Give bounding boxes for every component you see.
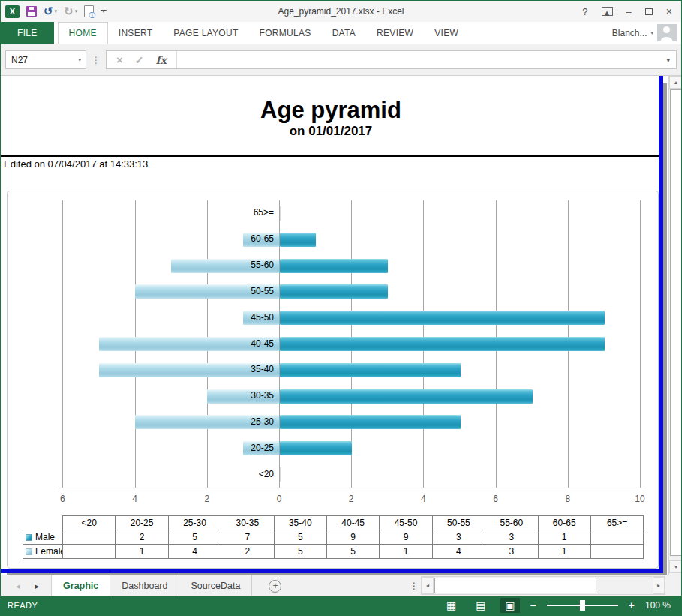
previous-sheet-button[interactable]: ◂ (16, 581, 20, 591)
sheet-tab-sourcedata[interactable]: SourceData (179, 575, 252, 597)
sheet-tabs: GraphicDashboardSourceData (51, 575, 252, 597)
axis-tick-label: 8 (555, 494, 581, 504)
male-bar-20-25[interactable] (280, 441, 352, 455)
axis-tick-label: 6 (50, 494, 75, 504)
customize-quick-access-toolbar-button[interactable]: ▾ (102, 10, 105, 13)
ribbon-tab-home[interactable]: HOME (58, 22, 108, 44)
save-button[interactable] (26, 6, 37, 17)
table-cell-female-60-65: 1 (538, 545, 590, 559)
table-cell-female-20 (63, 545, 116, 559)
zoom-out-button[interactable]: − (530, 599, 536, 611)
name-box-value: N27 (11, 55, 28, 65)
ribbon-display-options-button[interactable]: ▴ (602, 7, 613, 16)
male-bar-25-30[interactable] (280, 415, 461, 429)
account-area[interactable]: Blanch... ▾ (612, 22, 681, 44)
page-break-border-right[interactable] (659, 76, 663, 573)
x-axis-line (56, 488, 644, 488)
category-label-20: <20 (191, 469, 274, 479)
axis-tick-label: 4 (410, 494, 436, 504)
male-bar-45-50[interactable] (280, 311, 605, 325)
male-bar-55-60[interactable] (280, 259, 388, 273)
expand-formula-bar-icon[interactable]: ▾ (666, 56, 676, 64)
next-sheet-button[interactable]: ▸ (35, 581, 40, 591)
table-row-label-male: Male (23, 530, 63, 545)
table-header-60-65: 60-65 (538, 516, 590, 530)
normal-view-button[interactable]: ▦ (442, 598, 461, 613)
user-name: Blanch... (612, 28, 647, 38)
chart-data-table[interactable]: <2020-2525-3030-3535-4040-4545-5050-5555… (23, 515, 644, 559)
sheet-tab-graphic[interactable]: Graphic (51, 575, 110, 597)
chart-frame[interactable]: 642024681065>=60-6555-6050-5545-5040-453… (7, 191, 659, 569)
male-bar-40-45[interactable] (280, 337, 605, 351)
horizontal-scrollbar[interactable]: ◂ ▸ (421, 576, 665, 595)
sheet-tab-bar: ◂ ▸ GraphicDashboardSourceData + ⋮ ◂ ▸ (1, 575, 681, 597)
redo-button[interactable]: ↻▾ (64, 5, 77, 18)
sheet-tab-dashboard[interactable]: Dashboard (110, 575, 179, 597)
zoom-percentage[interactable]: 100 % (645, 600, 671, 611)
zero-value-bar-20 (280, 467, 281, 482)
table-cell-female-65 (590, 545, 643, 559)
ribbon-tab-page-layout[interactable]: PAGE LAYOUT (163, 22, 248, 44)
enter-button[interactable]: ✓ (135, 54, 144, 66)
male-bar-30-35[interactable] (280, 389, 533, 404)
scroll-down-button[interactable]: ▾ (669, 560, 682, 573)
vertical-scrollbar-thumb[interactable] (670, 89, 682, 556)
ribbon-tab-formulas[interactable]: FORMULAS (249, 22, 322, 44)
scroll-left-button[interactable]: ◂ (422, 577, 434, 594)
new-sheet-button[interactable]: + (269, 580, 281, 593)
formula-bar-row: N27 ▾ ⋮ × ✓ fx ▾ (1, 44, 681, 76)
ribbon-tab-insert[interactable]: INSERT (108, 22, 164, 44)
table-cell-male-25-30: 5 (168, 530, 221, 545)
ribbon-tab-view[interactable]: VIEW (424, 22, 469, 44)
cancel-button[interactable]: × (116, 53, 123, 66)
ribbon-tab-file[interactable]: FILE (1, 22, 54, 44)
zoom-slider[interactable] (547, 605, 618, 606)
page-break-preview-button[interactable]: ▣ (500, 598, 519, 613)
page-break-border-bottom[interactable] (1, 569, 663, 573)
insert-function-button[interactable]: fx (156, 54, 167, 66)
document-properties-button[interactable]: ⓘ (84, 5, 94, 17)
table-header-55-60: 55-60 (485, 516, 538, 530)
axis-tick-label: 0 (266, 494, 292, 504)
window-controls: ? ▴ – × (582, 6, 681, 17)
horizontal-scrollbar-thumb[interactable] (434, 578, 596, 593)
table-cell-female-25-30: 4 (168, 545, 221, 559)
zoom-slider-thumb[interactable] (580, 600, 585, 611)
male-bar-60-65[interactable] (280, 233, 316, 247)
maximize-button[interactable] (645, 8, 653, 15)
ribbon-tab-review[interactable]: REVIEW (366, 22, 424, 44)
table-cell-male-35-40: 5 (274, 530, 326, 545)
vertical-scrollbar[interactable]: ▴ ▾ (668, 76, 682, 575)
table-cell-male-65 (590, 530, 643, 545)
dots-separator-icon: ⋮ (86, 55, 106, 65)
category-label-30-35: 30-35 (191, 390, 274, 401)
male-bar-35-40[interactable] (280, 363, 461, 377)
scroll-right-button[interactable]: ▸ (653, 577, 665, 594)
table-cell-male-20-25: 2 (116, 530, 168, 545)
table-cell-female-55-60: 3 (485, 545, 538, 559)
table-header-20-25: 20-25 (116, 516, 168, 530)
avatar[interactable] (657, 24, 677, 41)
legend-key-female-icon (26, 548, 32, 555)
scroll-up-button[interactable]: ▴ (669, 76, 682, 89)
name-box[interactable]: N27 ▾ (5, 50, 86, 69)
help-button[interactable]: ? (582, 7, 587, 17)
worksheet-area[interactable]: Age pyramid on 01/01/2017 Edited on 07/0… (1, 76, 668, 575)
zoom-in-button[interactable]: + (629, 599, 635, 611)
close-button[interactable]: × (666, 6, 672, 17)
minimize-button[interactable]: – (626, 7, 632, 17)
table-cell-female-45-50: 1 (380, 545, 432, 559)
edited-note: Edited on 07/04/2017 at 14:33:13 (4, 158, 148, 170)
ribbon-tab-data[interactable]: DATA (322, 22, 366, 44)
table-cell-female-30-35: 2 (221, 545, 274, 559)
male-bar-50-55[interactable] (280, 284, 388, 299)
category-label-50-55: 50-55 (191, 286, 274, 296)
undo-button[interactable]: ↺▾ (44, 5, 57, 18)
page-layout-view-button[interactable]: ▤ (471, 598, 490, 613)
axis-tick-label: 2 (338, 494, 364, 504)
category-label-40-45: 40-45 (191, 338, 274, 349)
chevron-down-icon: ▾ (55, 8, 58, 14)
axis-tick-label: 2 (194, 494, 220, 504)
legend-key-male-icon (26, 534, 32, 541)
sheet-tab-menu-icon[interactable]: ⋮ (410, 581, 419, 591)
